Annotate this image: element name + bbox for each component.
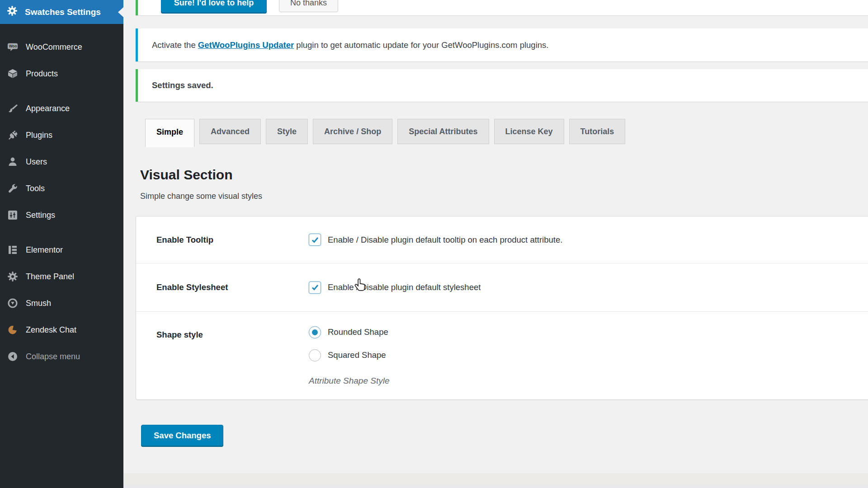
sidebar-item-label: Elementor — [26, 245, 63, 255]
enable-tooltip-label: Enable Tooltip — [136, 235, 309, 245]
visual-settings-card: Enable Tooltip Enable / Disable plugin d… — [136, 216, 868, 400]
sidebar-item-products[interactable]: Products — [0, 64, 123, 84]
footer-strip-edge — [123, 485, 868, 488]
admin-sidebar: Swatches Settings Woo WooCommerce Produc… — [0, 0, 123, 488]
enable-stylesheet-row: Enable Stylesheet Enable / Disable plugi… — [136, 263, 868, 312]
tab-advanced[interactable]: Advanced — [199, 119, 261, 144]
sidebar-active-label: Swatches Settings — [25, 7, 101, 17]
settings-saved-text: Settings saved. — [152, 80, 213, 90]
sidebar-item-woocommerce[interactable]: Woo WooCommerce — [0, 37, 123, 57]
tab-license-key[interactable]: License Key — [494, 119, 564, 144]
enable-stylesheet-checkbox[interactable] — [309, 282, 321, 294]
squared-shape-radio[interactable] — [309, 349, 321, 361]
appearance-icon — [7, 103, 18, 114]
squared-shape-option[interactable]: Squared Shape — [309, 346, 386, 364]
plugins-icon — [7, 130, 18, 141]
sidebar-item-collapse-menu[interactable]: Collapse menu — [0, 347, 123, 366]
sidebar-item-plugins[interactable]: Plugins — [0, 125, 123, 145]
sidebar-item-tools[interactable]: Tools — [0, 178, 123, 198]
sidebar-item-label: Smush — [26, 299, 51, 308]
settings-tabs: Simple Advanced Style Archive / Shop Spe… — [145, 119, 625, 147]
sidebar-item-label: WooCommerce — [26, 42, 82, 52]
enable-tooltip-description: Enable / Disable plugin default tooltip … — [328, 235, 562, 245]
enable-tooltip-row: Enable Tooltip Enable / Disable plugin d… — [136, 216, 868, 263]
shape-style-label: Shape style — [136, 312, 309, 340]
updater-notice: Activate the GetWooPlugins Updater plugi… — [136, 28, 868, 61]
gear-icon — [7, 271, 18, 282]
survey-notice: Sure! I'd love to help No thanks — [136, 0, 868, 15]
shape-style-description: Attribute Shape Style — [309, 376, 390, 386]
gear-icon — [7, 5, 18, 19]
woocommerce-icon: Woo — [7, 42, 18, 52]
collapse-icon — [7, 351, 18, 362]
sidebar-item-label: Zendesk Chat — [26, 325, 76, 335]
products-icon — [7, 68, 18, 79]
rounded-shape-label: Rounded Shape — [328, 327, 388, 337]
sidebar-item-zendesk-chat[interactable]: Zendesk Chat — [0, 320, 123, 340]
sidebar-item-label: Products — [26, 69, 58, 79]
sidebar-item-label: Settings — [26, 211, 55, 220]
elementor-icon — [7, 244, 18, 255]
woo-badge-text: Woo — [9, 44, 17, 48]
footer-strip — [123, 473, 868, 485]
rounded-shape-option[interactable]: Rounded Shape — [309, 323, 388, 341]
check-icon — [311, 235, 320, 244]
settings-saved-notice: Settings saved. — [136, 69, 868, 102]
zendesk-icon — [7, 324, 18, 335]
sidebar-item-users[interactable]: Users — [0, 152, 123, 172]
enable-tooltip-checkbox[interactable] — [309, 234, 321, 246]
getwooplugins-updater-link[interactable]: GetWooPlugins Updater — [198, 40, 294, 50]
updater-notice-suffix: plugin to get automatic update for your … — [294, 40, 548, 50]
survey-accept-button[interactable]: Sure! I'd love to help — [161, 0, 267, 13]
page-subtitle: Simple change some visual styles — [140, 192, 262, 201]
sidebar-item-smush[interactable]: Smush — [0, 293, 123, 313]
active-menu-arrow — [118, 7, 123, 17]
squared-shape-label: Squared Shape — [328, 350, 386, 360]
smush-icon — [7, 298, 18, 309]
tab-special-attributes[interactable]: Special Attributes — [397, 119, 489, 144]
tab-simple[interactable]: Simple — [145, 119, 194, 147]
sidebar-item-label: Appearance — [26, 104, 70, 113]
tools-icon — [7, 183, 18, 194]
tab-archive-shop[interactable]: Archive / Shop — [313, 119, 392, 144]
rounded-shape-radio[interactable] — [309, 326, 321, 338]
settings-icon — [7, 210, 18, 221]
sidebar-item-swatches-settings[interactable]: Swatches Settings — [0, 0, 123, 24]
tab-tutorials[interactable]: Tutorials — [569, 119, 626, 144]
sidebar-item-label: Plugins — [26, 131, 52, 140]
sidebar-item-settings[interactable]: Settings — [0, 205, 123, 225]
sidebar-item-elementor[interactable]: Elementor — [0, 240, 123, 260]
enable-stylesheet-label: Enable Stylesheet — [136, 282, 309, 292]
save-changes-button[interactable]: Save Changes — [141, 425, 223, 446]
sidebar-item-label: Tools — [26, 184, 45, 193]
sidebar-item-label: Collapse menu — [26, 352, 80, 361]
check-icon — [311, 283, 320, 292]
sidebar-item-appearance[interactable]: Appearance — [0, 99, 123, 118]
page-title: Visual Section — [140, 167, 233, 183]
enable-stylesheet-description: Enable / Disable plugin default styleshe… — [328, 282, 481, 292]
sidebar-item-label: Theme Panel — [26, 272, 74, 282]
tab-style[interactable]: Style — [266, 119, 308, 144]
users-icon — [7, 156, 18, 167]
updater-notice-prefix: Activate the — [152, 40, 198, 50]
shape-style-row: Shape style Rounded Shape Squared Shape … — [136, 312, 868, 399]
sidebar-item-theme-panel[interactable]: Theme Panel — [0, 267, 123, 286]
sidebar-item-label: Users — [26, 157, 47, 167]
survey-decline-button[interactable]: No thanks — [279, 0, 338, 12]
